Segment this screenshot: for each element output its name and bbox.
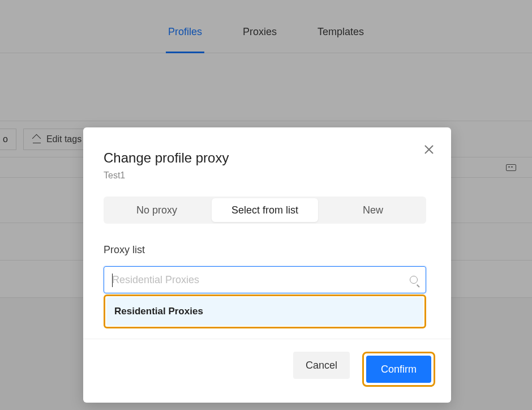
- segment-new[interactable]: New: [320, 197, 426, 224]
- proxy-mode-segmented: No proxy Select from list New: [104, 197, 426, 224]
- proxy-search-field[interactable]: [104, 266, 426, 293]
- close-button[interactable]: [424, 144, 434, 155]
- dropdown-highlight: Residential Proxies: [104, 294, 426, 328]
- modal-subtitle: Test1: [104, 170, 426, 181]
- segment-select-from-list[interactable]: Select from list: [212, 198, 318, 222]
- proxy-option-residential[interactable]: Residential Proxies: [106, 297, 423, 326]
- proxy-list-label: Proxy list: [104, 244, 426, 256]
- change-proxy-modal: Change profile proxy Test1 No proxy Sele…: [83, 127, 451, 403]
- confirm-highlight: Confirm: [362, 352, 435, 387]
- confirm-button[interactable]: Confirm: [366, 356, 431, 383]
- modal-title: Change profile proxy: [104, 150, 426, 166]
- segment-no-proxy[interactable]: No proxy: [104, 197, 210, 224]
- cancel-button[interactable]: Cancel: [293, 352, 350, 379]
- modal-footer: Cancel Confirm: [83, 339, 451, 403]
- proxy-search-input[interactable]: [112, 274, 403, 286]
- search-icon: [410, 276, 418, 284]
